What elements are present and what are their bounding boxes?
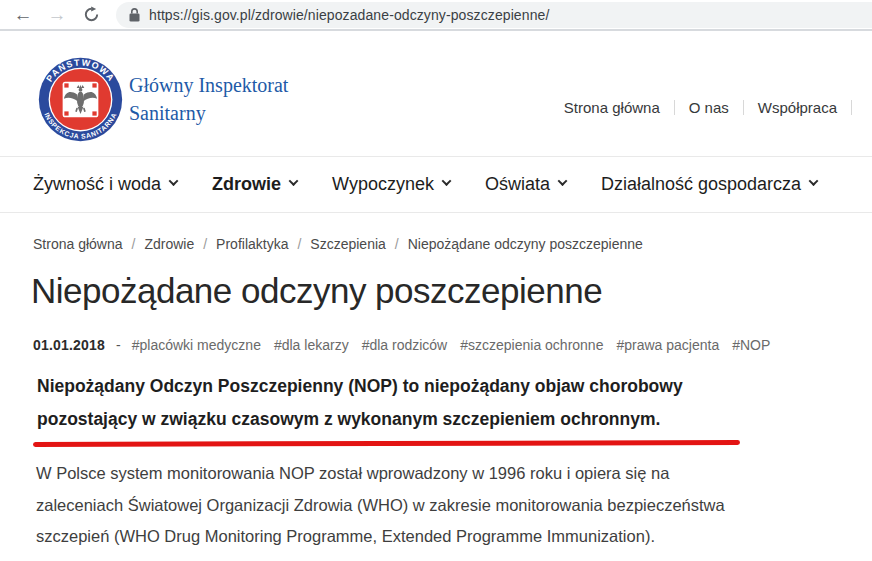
breadcrumb-separator: / — [132, 236, 136, 252]
site-header: PAŃSTWOWA INSPEKCJA SANITARNA Główny Ins… — [0, 31, 872, 156]
breadcrumb-item-strona-glowna[interactable]: Strona główna — [33, 236, 123, 252]
separator — [743, 100, 744, 115]
site-title-line1: Główny Inspektorat — [129, 71, 288, 99]
article-date: 01.01.2018 — [33, 337, 105, 353]
breadcrumb-item-zdrowie[interactable]: Zdrowie — [144, 236, 194, 252]
separator — [674, 100, 675, 115]
body-paragraph: W Polsce system monitorowania NOP został… — [36, 458, 872, 553]
address-bar[interactable]: https://gis.gov.pl/zdrowie/niepozadane-o… — [116, 2, 872, 28]
browser-toolbar: ← → https://gis.gov.pl/zdrowie/niepozada… — [0, 0, 872, 31]
header-link-strona-glowna[interactable]: Strona główna — [564, 99, 660, 116]
chevron-down-icon — [289, 176, 299, 186]
site-title-line2: Sanitarny — [129, 99, 288, 127]
body-line-2: zaleceniach Światowej Organizacji Zdrowi… — [36, 490, 872, 522]
nav-item-zdrowie[interactable]: Zdrowie — [212, 174, 297, 195]
lead-line-1: Niepożądany Odczyn Poszczepienny (NOP) t… — [37, 370, 872, 403]
chevron-down-icon — [809, 176, 819, 186]
url-text[interactable]: https://gis.gov.pl/zdrowie/niepozadane-o… — [149, 7, 549, 23]
header-link-wspolpraca[interactable]: Współpraca — [758, 99, 837, 116]
chevron-down-icon — [442, 176, 452, 186]
nav-item-oswiata[interactable]: Oświata — [485, 174, 566, 195]
meta-separator: - — [116, 337, 121, 353]
header-link-o-nas[interactable]: O nas — [689, 99, 729, 116]
header-links: Strona główna O nas Współpraca — [564, 99, 866, 116]
main-nav: Żywność i woda Zdrowie Wypoczynek Oświat… — [0, 156, 872, 213]
back-icon[interactable]: ← — [12, 2, 34, 28]
tag-dla-rodzicow[interactable]: #dla rodziców — [362, 337, 448, 353]
chevron-down-icon — [169, 176, 179, 186]
nav-item-wypoczynek[interactable]: Wypoczynek — [332, 174, 450, 195]
nav-item-zywnosc-i-woda[interactable]: Żywność i woda — [33, 174, 177, 195]
breadcrumb-item-szczepienia[interactable]: Szczepienia — [310, 236, 386, 252]
body-line-1: W Polsce system monitorowania NOP został… — [36, 458, 872, 490]
lock-icon[interactable] — [129, 8, 140, 22]
tag-nop[interactable]: #NOP — [732, 337, 770, 353]
breadcrumb-item-profilaktyka[interactable]: Profilaktyka — [216, 236, 288, 252]
site-title[interactable]: Główny Inspektorat Sanitarny — [129, 71, 288, 127]
forward-icon[interactable]: → — [46, 2, 68, 28]
lead-line-2: pozostający w związku czasowym z wykonan… — [37, 403, 872, 436]
tag-prawa-pacjenta[interactable]: #prawa pacjenta — [616, 337, 719, 353]
nav-item-dzialalnosc-gospodarcza[interactable]: Działalność gospodarcza — [601, 174, 817, 195]
nav-item-label: Wypoczynek — [332, 174, 434, 195]
breadcrumb-separator: / — [395, 236, 399, 252]
tag-szczepienia-ochronne[interactable]: #szczepienia ochronne — [460, 337, 603, 353]
lead-paragraph: Niepożądany Odczyn Poszczepienny (NOP) t… — [37, 370, 872, 436]
chevron-down-icon — [558, 176, 568, 186]
tag-dla-lekarzy[interactable]: #dla lekarzy — [274, 337, 349, 353]
page-title: Niepożądane odczyny poszczepienne — [31, 271, 872, 311]
breadcrumb: Strona główna / Zdrowie / Profilaktyka /… — [33, 236, 872, 252]
separator — [851, 100, 852, 115]
nav-item-label: Działalność gospodarcza — [601, 174, 801, 195]
refresh-icon[interactable] — [80, 6, 102, 23]
breadcrumb-separator: / — [297, 236, 301, 252]
nav-item-label: Zdrowie — [212, 174, 281, 195]
tag-placowki-medyczne[interactable]: #placówki medyczne — [132, 337, 261, 353]
breadcrumb-item-current: Niepożądane odczyny poszczepienne — [408, 236, 643, 252]
red-marker-underline — [33, 440, 740, 447]
nav-item-label: Oświata — [485, 174, 550, 195]
gis-logo-icon[interactable]: PAŃSTWOWA INSPEKCJA SANITARNA — [38, 57, 123, 142]
nav-item-label: Żywność i woda — [33, 174, 161, 195]
article-meta: 01.01.2018 - #placówki medyczne #dla lek… — [33, 337, 872, 353]
breadcrumb-separator: / — [203, 236, 207, 252]
body-line-3: szczepień (WHO Drug Monitoring Programme… — [36, 521, 872, 553]
